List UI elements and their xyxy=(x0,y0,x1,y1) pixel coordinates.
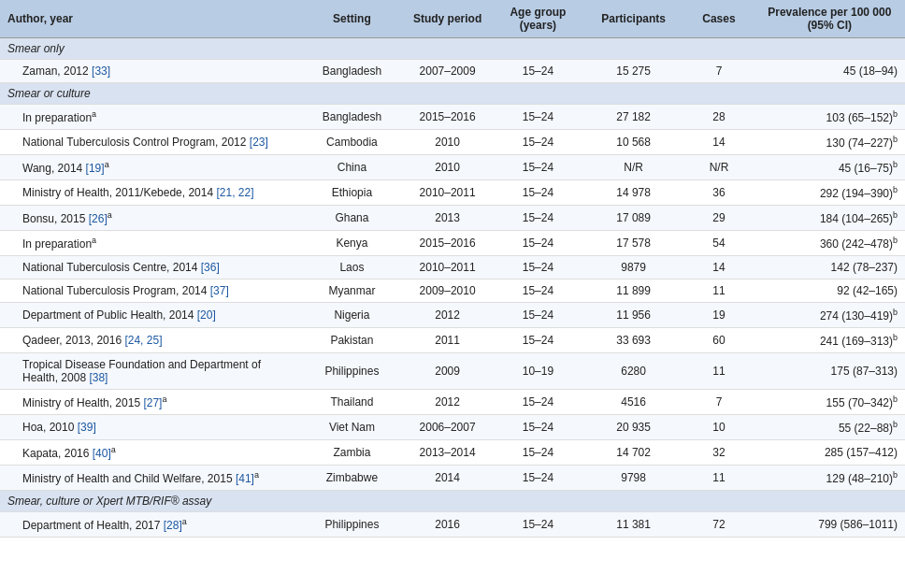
col-header-study-period: Study period xyxy=(402,0,493,38)
cell-prevalence: 92 (42–165) xyxy=(754,280,905,303)
cell-study-period: 2009 xyxy=(402,353,493,390)
cell-cases: 11 xyxy=(683,466,754,491)
cell-author: Department of Public Health, 2014 [20] xyxy=(0,303,302,328)
cell-age-group: 15–24 xyxy=(493,390,583,415)
cell-author: National Tuberculosis Program, 2014 [37] xyxy=(0,280,302,303)
prev-superscript: b xyxy=(893,394,898,404)
cell-study-period: 2011 xyxy=(402,328,493,353)
cell-author: Zaman, 2012 [33] xyxy=(0,60,302,83)
cell-cases: 7 xyxy=(683,390,754,415)
prev-superscript: b xyxy=(893,236,898,245)
prev-superscript: b xyxy=(893,160,898,169)
cell-age-group: 15–24 xyxy=(493,256,583,280)
cell-author: Tropical Disease Foundation and Departme… xyxy=(0,353,302,390)
cell-setting: Viet Nam xyxy=(302,415,403,440)
author-superscript: a xyxy=(92,236,96,245)
cell-age-group: 15–24 xyxy=(493,206,583,231)
reference: [23] xyxy=(250,136,268,149)
cell-cases: 11 xyxy=(683,353,754,390)
table-row: Department of Health, 2017 [28]aPhilippi… xyxy=(0,512,905,538)
cell-age-group: 15–24 xyxy=(493,466,583,491)
cell-prevalence: 175 (87–313) xyxy=(754,353,905,390)
cell-participants: 17 089 xyxy=(583,206,684,231)
cell-study-period: 2007–2009 xyxy=(402,60,493,83)
cell-cases: N/R xyxy=(683,155,754,180)
table-row: Ministry of Health, 2015 [27]aThailand20… xyxy=(0,390,905,415)
col-header-age-group: Age group (years) xyxy=(493,0,583,38)
prev-superscript: b xyxy=(893,135,898,144)
cell-setting: Ethiopia xyxy=(302,180,403,206)
table-row: Kapata, 2016 [40]aZambia2013–201415–2414… xyxy=(0,440,905,466)
cell-setting: Philippines xyxy=(302,353,403,390)
cell-setting: Bangladesh xyxy=(302,105,403,130)
cell-age-group: 15–24 xyxy=(493,280,583,303)
cell-prevalence: 130 (74–227)b xyxy=(754,130,905,155)
cell-study-period: 2013–2014 xyxy=(402,440,493,466)
cell-age-group: 15–24 xyxy=(493,512,583,538)
cell-age-group: 15–24 xyxy=(493,180,583,206)
cell-author: National Tuberculosis Centre, 2014 [36] xyxy=(0,256,302,280)
cell-prevalence: 360 (242–478)b xyxy=(754,231,905,256)
reference: [27] xyxy=(143,396,162,409)
author-superscript: a xyxy=(108,210,112,220)
prev-superscript: b xyxy=(893,109,898,119)
cell-cases: 10 xyxy=(683,415,754,440)
cell-author: Ministry of Health, 2011/Kebede, 2014 [2… xyxy=(0,180,302,206)
cell-cases: 14 xyxy=(683,130,754,155)
cell-prevalence: 45 (18–94) xyxy=(754,60,905,83)
cell-participants: 11 899 xyxy=(583,280,684,303)
cell-cases: 54 xyxy=(683,231,754,256)
cell-participants: 20 935 xyxy=(583,415,684,440)
prev-superscript: b xyxy=(893,308,898,317)
table-row: Zaman, 2012 [33]Bangladesh2007–200915–24… xyxy=(0,60,905,83)
cell-age-group: 15–24 xyxy=(493,130,583,155)
cell-prevalence: 274 (130–419)b xyxy=(754,303,905,328)
cell-participants: 11 956 xyxy=(583,303,684,328)
cell-participants: 15 275 xyxy=(583,60,684,83)
prev-superscript: b xyxy=(893,210,898,220)
cell-prevalence: 103 (65–152)b xyxy=(754,105,905,130)
cell-study-period: 2014 xyxy=(402,466,493,491)
cell-study-period: 2006–2007 xyxy=(402,415,493,440)
cell-author: Kapata, 2016 [40]a xyxy=(0,440,302,466)
table-row: Ministry of Health and Child Welfare, 20… xyxy=(0,466,905,491)
col-header-author: Author, year xyxy=(0,0,302,38)
table-row: National Tuberculosis Control Program, 2… xyxy=(0,130,905,155)
table-container: Author, year Setting Study period Age gr… xyxy=(0,0,905,538)
cell-author: In preparationa xyxy=(0,105,302,130)
cell-cases: 32 xyxy=(683,440,754,466)
cell-author: Hoa, 2010 [39] xyxy=(0,415,302,440)
cell-participants: 10 568 xyxy=(583,130,684,155)
table-row: Bonsu, 2015 [26]aGhana201315–2417 089291… xyxy=(0,206,905,231)
cell-cases: 60 xyxy=(683,328,754,353)
cell-setting: Myanmar xyxy=(302,280,403,303)
reference: [41] xyxy=(236,472,254,485)
cell-setting: Zambia xyxy=(302,440,403,466)
reference: [26] xyxy=(89,212,108,225)
cell-author: In preparationa xyxy=(0,231,302,256)
cell-study-period: 2012 xyxy=(402,303,493,328)
cell-study-period: 2010–2011 xyxy=(402,180,493,206)
table-row: Department of Public Health, 2014 [20]Ni… xyxy=(0,303,905,328)
cell-age-group: 15–24 xyxy=(493,60,583,83)
reference: [36] xyxy=(201,261,220,274)
cell-cases: 7 xyxy=(683,60,754,83)
cell-study-period: 2009–2010 xyxy=(402,280,493,303)
cell-setting: Laos xyxy=(302,256,403,280)
cell-study-period: 2015–2016 xyxy=(402,231,493,256)
cell-prevalence: 155 (70–342)b xyxy=(754,390,905,415)
cell-prevalence: 142 (78–237) xyxy=(754,256,905,280)
cell-author: National Tuberculosis Control Program, 2… xyxy=(0,130,302,155)
cell-setting: China xyxy=(302,155,403,180)
col-header-participants: Participants xyxy=(583,0,684,38)
cell-participants: 9798 xyxy=(583,466,684,491)
cell-age-group: 10–19 xyxy=(493,353,583,390)
cell-setting: Cambodia xyxy=(302,130,403,155)
cell-age-group: 15–24 xyxy=(493,105,583,130)
section-label-1: Smear or culture xyxy=(0,83,905,105)
reference: [19] xyxy=(86,162,105,175)
reference: [21, 22] xyxy=(216,186,253,199)
cell-cases: 19 xyxy=(683,303,754,328)
cell-author: Qadeer, 2013, 2016 [24, 25] xyxy=(0,328,302,353)
reference: [20] xyxy=(197,308,216,322)
